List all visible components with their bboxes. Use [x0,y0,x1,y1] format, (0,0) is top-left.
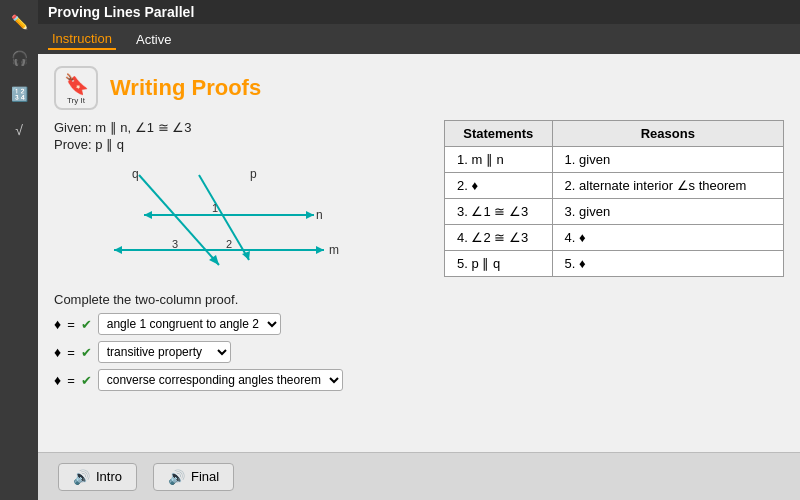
svg-marker-12 [114,246,122,254]
statement-cell: 5. p ∥ q [445,251,553,277]
given-line1: Given: m ∥ n, ∠1 ≅ ∠3 [54,120,424,135]
svg-text:q: q [132,167,139,181]
final-label: Final [191,469,219,484]
geometry-diagram: m n p q [54,160,344,280]
intro-button[interactable]: 🔊 Intro [58,463,137,491]
svg-text:p: p [250,167,257,181]
sidebar-pencil-icon[interactable]: ✏️ [5,8,33,36]
equals-2: = [67,345,75,360]
svg-text:2: 2 [226,238,232,250]
content-area: 🔖 Try It Writing Proofs Given: m ∥ n, ∠1… [38,54,800,452]
svg-marker-7 [242,251,250,260]
reason-cell: 3. given [552,199,783,225]
proof-row-1: ♦ = ✔ angle 1 congruent to angle 2 angle… [54,313,424,335]
app-icon-label: Try It [67,96,85,105]
check-2: ✔ [81,345,92,360]
dropdown-2[interactable]: transitive property symmetric property r… [98,341,231,363]
equals-1: = [67,317,75,332]
col-statements-header: Statements [445,121,553,147]
tab-instruction[interactable]: Instruction [48,29,116,50]
svg-marker-1 [316,246,324,254]
app-icon: 🔖 Try It [54,66,98,110]
body: Given: m ∥ n, ∠1 ≅ ∠3 Prove: p ∥ q m n [54,120,784,440]
page-title: Proving Lines Parallel [48,4,194,20]
given-line2: Prove: p ∥ q [54,137,424,152]
statement-cell: 1. m ∥ n [445,147,553,173]
intro-label: Intro [96,469,122,484]
statement-cell: 4. ∠2 ≅ ∠3 [445,225,553,251]
right-panel: Statements Reasons 1. m ∥ n1. given2. ♦2… [444,120,784,440]
tabbar: Instruction Active [38,24,800,54]
sidebar: ✏️ 🎧 🔢 √ [0,0,38,500]
svg-marker-4 [306,211,314,219]
statement-cell: 3. ∠1 ≅ ∠3 [445,199,553,225]
diamond-3: ♦ [54,372,61,388]
svg-text:n: n [316,208,323,222]
svg-text:m: m [329,243,339,257]
proof-row-3: ♦ = ✔ converse corresponding angles theo… [54,369,424,391]
table-row: 3. ∠1 ≅ ∠33. given [445,199,784,225]
table-row: 1. m ∥ n1. given [445,147,784,173]
equals-3: = [67,373,75,388]
reason-cell: 5. ♦ [552,251,783,277]
proof-table: Statements Reasons 1. m ∥ n1. given2. ♦2… [444,120,784,277]
sidebar-calculator-icon[interactable]: 🔢 [5,80,33,108]
final-button[interactable]: 🔊 Final [153,463,234,491]
svg-marker-13 [144,211,152,219]
main-panel: Proving Lines Parallel Instruction Activ… [38,0,800,500]
bottombar: 🔊 Intro 🔊 Final [38,452,800,500]
dropdown-3[interactable]: converse corresponding angles theorem al… [98,369,343,391]
reason-cell: 2. alternate interior ∠s theorem [552,173,783,199]
diagram: m n p q [54,160,344,280]
proof-row-2: ♦ = ✔ transitive property symmetric prop… [54,341,424,363]
app-icon-emoji: 🔖 [64,72,89,96]
check-1: ✔ [81,317,92,332]
dropdown-1[interactable]: angle 1 congruent to angle 2 angle 2 con… [98,313,281,335]
sidebar-headphones-icon[interactable]: 🎧 [5,44,33,72]
table-row: 5. p ∥ q5. ♦ [445,251,784,277]
final-speaker-icon: 🔊 [168,469,185,485]
table-row: 4. ∠2 ≅ ∠34. ♦ [445,225,784,251]
col-reasons-header: Reasons [552,121,783,147]
left-panel: Given: m ∥ n, ∠1 ≅ ∠3 Prove: p ∥ q m n [54,120,424,440]
complete-label: Complete the two-column proof. [54,292,424,307]
intro-speaker-icon: 🔊 [73,469,90,485]
check-3: ✔ [81,373,92,388]
table-row: 2. ♦2. alternate interior ∠s theorem [445,173,784,199]
reason-cell: 1. given [552,147,783,173]
statement-cell: 2. ♦ [445,173,553,199]
svg-line-6 [199,175,249,260]
reason-cell: 4. ♦ [552,225,783,251]
svg-text:1: 1 [212,202,218,214]
complete-section: Complete the two-column proof. ♦ = ✔ ang… [54,292,424,397]
tab-active[interactable]: Active [132,30,175,49]
diamond-2: ♦ [54,344,61,360]
topbar: Proving Lines Parallel [38,0,800,24]
diamond-1: ♦ [54,316,61,332]
sidebar-formula-icon[interactable]: √ [5,116,33,144]
lesson-title: Writing Proofs [110,75,261,101]
content-header: 🔖 Try It Writing Proofs [54,66,784,110]
svg-text:3: 3 [172,238,178,250]
